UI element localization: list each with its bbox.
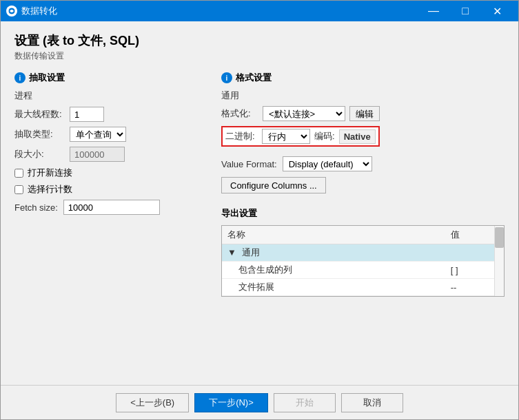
extract-type-select[interactable]: 单个查询 bbox=[70, 127, 126, 142]
max-threads-input[interactable] bbox=[70, 107, 104, 122]
col-name-header: 名称 bbox=[222, 226, 445, 244]
select-row-count-row: 选择行计数 bbox=[14, 183, 207, 196]
left-column: i 抽取设置 进程 最大线程数: 抽取类型: 单个查询 段 bbox=[14, 72, 207, 378]
max-threads-row: 最大线程数: bbox=[14, 107, 207, 122]
format-row: 格式化: <默认连接> 编辑 bbox=[221, 106, 505, 121]
page-title: 设置 (表 to 文件, SQL) bbox=[14, 32, 505, 49]
encode-value: Native bbox=[339, 129, 376, 144]
progress-label: 进程 bbox=[14, 90, 70, 102]
segment-size-label: 段大小: bbox=[14, 148, 70, 160]
select-row-count-checkbox[interactable] bbox=[14, 185, 23, 194]
table-row: 文件拓展 -- bbox=[222, 279, 504, 296]
next-button[interactable]: 下一步(N)> bbox=[194, 393, 268, 412]
group-label: ▼ 通用 bbox=[222, 244, 504, 262]
info-icon-extract: i bbox=[14, 72, 26, 83]
segment-size-input bbox=[70, 147, 125, 162]
close-button[interactable]: ✕ bbox=[481, 1, 513, 21]
value-format-label: Value Format: bbox=[221, 159, 277, 169]
binary-row-highlight: 二进制: 行内 编码: Native bbox=[221, 126, 380, 147]
format-label: 格式化: bbox=[221, 107, 263, 120]
export-table: 名称 值 ▼ 通用 bbox=[222, 226, 504, 296]
fetch-size-input[interactable] bbox=[63, 200, 160, 215]
extract-section-title: 抽取设置 bbox=[29, 72, 65, 84]
start-button[interactable]: 开始 bbox=[274, 393, 336, 412]
info-icon-format: i bbox=[221, 72, 232, 83]
extract-section-header: i 抽取设置 bbox=[14, 72, 207, 84]
bottom-bar: <上一步(B) 下一步(N)> 开始 取消 bbox=[1, 385, 518, 419]
window-title: 数据转化 bbox=[21, 5, 418, 17]
binary-label: 二进制: bbox=[225, 130, 256, 143]
format-section-title: 格式设置 bbox=[236, 72, 272, 84]
export-table-wrapper: 名称 值 ▼ 通用 bbox=[221, 225, 505, 297]
encode-label: 编码: bbox=[314, 130, 335, 143]
binary-row-container: 二进制: 行内 编码: Native bbox=[221, 126, 505, 151]
format-select[interactable]: <默认连接> bbox=[263, 106, 345, 121]
extract-type-row: 抽取类型: 单个查询 bbox=[14, 127, 207, 142]
fetch-size-label: Fetch size: bbox=[14, 202, 58, 213]
binary-select[interactable]: 行内 bbox=[262, 129, 310, 144]
minimize-button[interactable]: — bbox=[418, 1, 449, 21]
main-window: 数据转化 — □ ✕ 设置 (表 to 文件, SQL) 数据传输设置 i 抽取… bbox=[0, 0, 519, 420]
cancel-button[interactable]: 取消 bbox=[341, 393, 403, 412]
prev-button[interactable]: <上一步(B) bbox=[116, 393, 189, 412]
open-new-conn-row: 打开新连接 bbox=[14, 167, 207, 179]
export-section-header: 导出设置 bbox=[221, 207, 505, 220]
table-row: 包含生成的列 [ ] bbox=[222, 262, 504, 279]
two-col-layout: i 抽取设置 进程 最大线程数: 抽取类型: 单个查询 段 bbox=[14, 72, 505, 378]
open-new-conn-label: 打开新连接 bbox=[28, 167, 72, 179]
general-label: 通用 bbox=[221, 90, 505, 102]
title-bar: 数据转化 — □ ✕ bbox=[1, 1, 518, 21]
extract-type-label: 抽取类型: bbox=[14, 128, 70, 140]
format-section-header: i 格式设置 bbox=[221, 72, 505, 84]
format-section: 通用 格式化: <默认连接> 编辑 二进制: bbox=[221, 90, 505, 200]
export-section: 导出设置 名称 值 bbox=[221, 207, 505, 297]
fetch-size-row: Fetch size: bbox=[14, 200, 207, 215]
window-controls: — □ ✕ bbox=[418, 1, 513, 21]
maximize-button[interactable]: □ bbox=[449, 1, 481, 21]
row-name: 包含生成的列 bbox=[222, 262, 445, 279]
content-area: 设置 (表 to 文件, SQL) 数据传输设置 i 抽取设置 进程 最大线程数… bbox=[1, 21, 518, 385]
row-name: 文件拓展 bbox=[222, 279, 445, 296]
value-format-row: Value Format: Display (default) bbox=[221, 156, 505, 171]
export-section-title: 导出设置 bbox=[221, 207, 257, 220]
expand-icon: ▼ bbox=[227, 247, 236, 258]
page-subtitle: 数据传输设置 bbox=[14, 50, 505, 62]
app-icon bbox=[6, 6, 17, 17]
open-new-conn-checkbox[interactable] bbox=[14, 169, 23, 178]
edit-button[interactable]: 编辑 bbox=[349, 106, 380, 121]
value-format-select[interactable]: Display (default) bbox=[283, 156, 372, 171]
scrollbar-thumb[interactable] bbox=[495, 227, 504, 248]
right-column: i 格式设置 通用 格式化: <默认连接> 编辑 bbox=[221, 72, 505, 378]
segment-size-row: 段大小: bbox=[14, 147, 207, 162]
select-row-count-label: 选择行计数 bbox=[28, 183, 72, 196]
max-threads-label: 最大线程数: bbox=[14, 108, 70, 120]
progress-row: 进程 bbox=[14, 90, 207, 102]
configure-columns-button[interactable]: Configure Columns ... bbox=[221, 177, 326, 193]
table-row: ▼ 通用 bbox=[222, 244, 504, 262]
scrollbar[interactable] bbox=[494, 226, 504, 296]
group-name: 通用 bbox=[242, 247, 260, 258]
